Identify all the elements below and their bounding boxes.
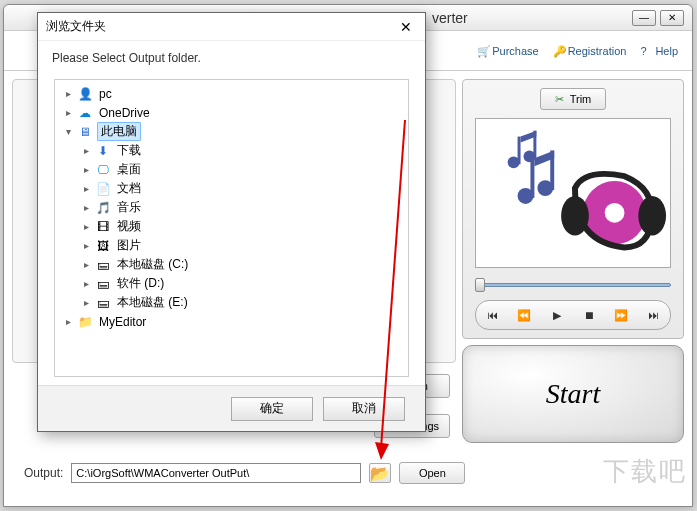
expand-icon[interactable]: ▸ bbox=[61, 88, 75, 99]
cart-icon: 🛒 bbox=[477, 45, 489, 57]
tree-item-drive-d[interactable]: ▸🖴软件 (D:) bbox=[55, 274, 408, 293]
forward-button[interactable]: ⏩ bbox=[612, 306, 630, 324]
prev-button[interactable]: ⏮ bbox=[483, 306, 501, 324]
tree-item-pictures[interactable]: ▸🖼图片 bbox=[55, 236, 408, 255]
expand-icon[interactable]: ▸ bbox=[79, 164, 93, 175]
svg-point-3 bbox=[638, 196, 666, 236]
dialog-ok-button[interactable]: 确定 bbox=[231, 397, 313, 421]
purchase-link[interactable]: 🛒Purchase bbox=[477, 45, 538, 57]
tree-item-drive-c[interactable]: ▸🖴本地磁盘 (C:) bbox=[55, 255, 408, 274]
slider-thumb[interactable] bbox=[475, 278, 485, 292]
dialog-title: 浏览文件夹 bbox=[46, 18, 395, 35]
tree-item-desktop[interactable]: ▸🖵桌面 bbox=[55, 160, 408, 179]
expand-icon[interactable]: ▸ bbox=[79, 145, 93, 156]
computer-icon: 🖥 bbox=[77, 124, 93, 140]
folder-icon: 📁 bbox=[77, 314, 93, 330]
expand-icon[interactable]: ▸ bbox=[79, 278, 93, 289]
open-button[interactable]: Open bbox=[399, 462, 465, 484]
stop-button[interactable]: ⏹ bbox=[580, 306, 598, 324]
minimize-button[interactable]: — bbox=[632, 10, 656, 26]
tree-item-music[interactable]: ▸🎵音乐 bbox=[55, 198, 408, 217]
svg-rect-9 bbox=[518, 137, 521, 165]
right-column: ✂ Trim bbox=[462, 79, 684, 443]
dialog-message: Please Select Output folder. bbox=[38, 41, 425, 71]
player-controls: ⏮ ⏪ ▶ ⏹ ⏩ ⏭ bbox=[475, 300, 671, 330]
scissors-icon: ✂ bbox=[555, 93, 564, 106]
drive-icon: 🖴 bbox=[95, 276, 111, 292]
next-button[interactable]: ⏭ bbox=[645, 306, 663, 324]
key-icon: 🔑 bbox=[553, 45, 565, 57]
collapse-icon[interactable]: ▾ bbox=[61, 126, 75, 137]
progress-slider[interactable] bbox=[475, 278, 671, 292]
close-window-button[interactable]: ✕ bbox=[660, 10, 684, 26]
expand-icon[interactable]: ▸ bbox=[79, 259, 93, 270]
tree-item-documents[interactable]: ▸📄文档 bbox=[55, 179, 408, 198]
expand-icon[interactable]: ▸ bbox=[79, 297, 93, 308]
tree-item-drive-e[interactable]: ▸🖴本地磁盘 (E:) bbox=[55, 293, 408, 312]
download-icon: ⬇ bbox=[95, 143, 111, 159]
preview-panel: ✂ Trim bbox=[462, 79, 684, 339]
tree-item-videos[interactable]: ▸🎞视频 bbox=[55, 217, 408, 236]
tree-item-downloads[interactable]: ▸⬇下载 bbox=[55, 141, 408, 160]
trim-button[interactable]: ✂ Trim bbox=[540, 88, 607, 110]
drive-icon: 🖴 bbox=[95, 257, 111, 273]
expand-icon[interactable]: ▸ bbox=[79, 221, 93, 232]
tree-item-myeditor[interactable]: ▸📁MyEditor bbox=[55, 312, 408, 331]
expand-icon[interactable]: ▸ bbox=[79, 240, 93, 251]
tree-item-onedrive[interactable]: ▸☁OneDrive bbox=[55, 103, 408, 122]
play-button[interactable]: ▶ bbox=[548, 306, 566, 324]
folder-icon: 📂 bbox=[370, 464, 390, 483]
dialog-close-button[interactable]: ✕ bbox=[395, 17, 417, 37]
desktop-icon: 🖵 bbox=[95, 162, 111, 178]
registration-link[interactable]: 🔑Registration bbox=[553, 45, 627, 57]
expand-icon[interactable]: ▸ bbox=[61, 316, 75, 327]
start-button[interactable]: Start bbox=[462, 345, 684, 443]
browse-folder-dialog: 浏览文件夹 ✕ Please Select Output folder. ▸👤p… bbox=[37, 12, 426, 432]
pictures-icon: 🖼 bbox=[95, 238, 111, 254]
dialog-button-row: 确定 取消 bbox=[38, 385, 425, 431]
dialog-cancel-button[interactable]: 取消 bbox=[323, 397, 405, 421]
user-icon: 👤 bbox=[77, 86, 93, 102]
help-icon: ? bbox=[640, 45, 652, 57]
folder-tree[interactable]: ▸👤pc ▸☁OneDrive ▾🖥此电脑 ▸⬇下载 ▸🖵桌面 ▸📄文档 ▸🎵音… bbox=[54, 79, 409, 377]
output-row: Output: 📂 Open bbox=[4, 455, 692, 491]
drive-icon: 🖴 bbox=[95, 295, 111, 311]
output-path-input[interactable] bbox=[71, 463, 361, 483]
svg-point-2 bbox=[561, 196, 589, 236]
browse-folder-button[interactable]: 📂 bbox=[369, 463, 391, 483]
expand-icon[interactable]: ▸ bbox=[79, 183, 93, 194]
expand-icon[interactable]: ▸ bbox=[79, 202, 93, 213]
rewind-button[interactable]: ⏪ bbox=[515, 306, 533, 324]
svg-rect-5 bbox=[530, 158, 534, 198]
expand-icon[interactable]: ▸ bbox=[61, 107, 75, 118]
output-label: Output: bbox=[24, 466, 63, 480]
tree-item-pc[interactable]: ▸👤pc bbox=[55, 84, 408, 103]
preview-image bbox=[475, 118, 671, 268]
document-icon: 📄 bbox=[95, 181, 111, 197]
music-icon: 🎵 bbox=[95, 200, 111, 216]
video-icon: 🎞 bbox=[95, 219, 111, 235]
tree-item-thispc[interactable]: ▾🖥此电脑 bbox=[55, 122, 408, 141]
help-link[interactable]: ?Help bbox=[640, 45, 678, 57]
cloud-icon: ☁ bbox=[77, 105, 93, 121]
dialog-titlebar: 浏览文件夹 ✕ bbox=[38, 13, 425, 41]
svg-point-1 bbox=[605, 203, 625, 223]
